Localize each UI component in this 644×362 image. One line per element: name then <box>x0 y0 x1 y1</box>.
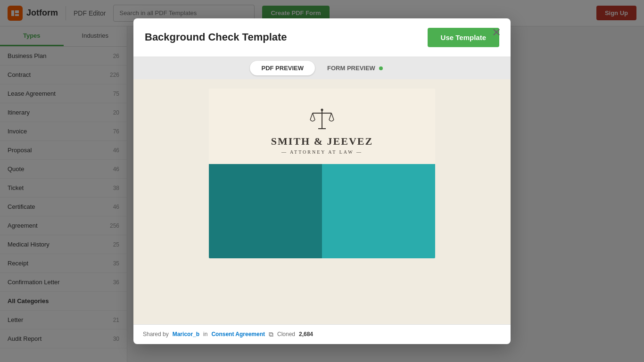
firm-name: SMITH & JEEVEZ <box>271 135 373 148</box>
form-preview-dot <box>379 66 383 70</box>
svg-line-7 <box>331 113 334 120</box>
cloned-label: Cloned <box>277 331 295 337</box>
scales-icon <box>308 107 336 133</box>
modal-header: Background Check Template Use Template <box>133 18 511 57</box>
svg-line-6 <box>329 113 331 120</box>
preview-tabs: PDF PREVIEW FORM PREVIEW <box>133 57 511 79</box>
category-link[interactable]: Consent Agreement <box>211 331 265 337</box>
pdf-preview-container: SMITH & JEEVEZ — ATTORNEY AT LAW — <box>133 79 511 324</box>
cloned-count: 2,684 <box>299 331 313 337</box>
modal: ✕ Background Check Template Use Template… <box>133 18 511 344</box>
law-logo: SMITH & JEEVEZ — ATTORNEY AT LAW — <box>218 107 426 155</box>
pdf-col-left <box>209 164 322 258</box>
pdf-col-right <box>322 164 435 258</box>
pdf-preview-tab[interactable]: PDF PREVIEW <box>250 61 315 75</box>
clone-icon: ⧉ <box>269 330 273 338</box>
pdf-page: SMITH & JEEVEZ — ATTORNEY AT LAW — <box>209 89 435 258</box>
modal-title: Background Check Template <box>145 31 287 43</box>
author-link[interactable]: Maricor_b <box>173 331 199 337</box>
in-label: in <box>203 331 207 337</box>
pdf-body-section <box>209 164 435 258</box>
modal-close-button[interactable]: ✕ <box>488 24 505 41</box>
preview-content: SMITH & JEEVEZ — ATTORNEY AT LAW — <box>133 79 511 324</box>
pdf-header-section: SMITH & JEEVEZ — ATTORNEY AT LAW — <box>209 89 435 164</box>
svg-line-5 <box>313 113 315 120</box>
shared-by-label: Shared by <box>143 331 169 337</box>
svg-line-4 <box>310 113 313 120</box>
svg-point-9 <box>321 108 323 111</box>
firm-subtitle: — ATTORNEY AT LAW — <box>281 149 363 155</box>
modal-overlay[interactable]: ✕ Background Check Template Use Template… <box>0 0 644 362</box>
modal-footer: Shared by Maricor_b in Consent Agreement… <box>133 324 511 344</box>
form-preview-tab[interactable]: FORM PREVIEW <box>316 61 394 75</box>
